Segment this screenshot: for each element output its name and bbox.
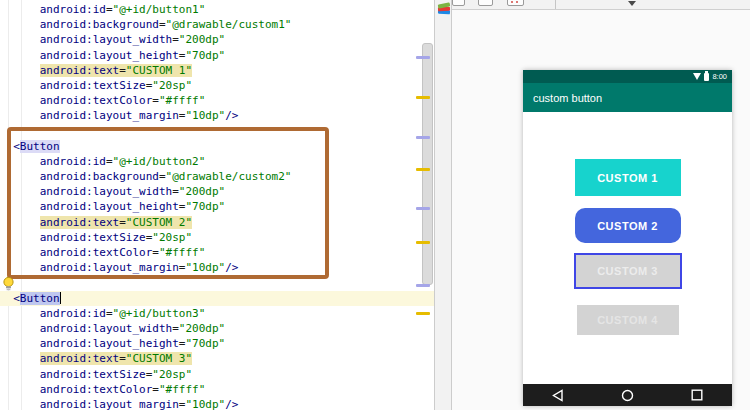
text-caret (60, 292, 61, 304)
code-line[interactable]: android:id="@+id/button3" (0, 306, 434, 321)
error-stripe-mark[interactable] (416, 241, 430, 244)
code-token: /> (225, 398, 238, 410)
code-line[interactable]: android:layout_width="200dp" (0, 321, 434, 336)
landscape-device-icon[interactable] (478, 0, 493, 6)
code-token: "CUSTOM 1" (126, 64, 192, 77)
android-studio-window: android:id="@+id/button1"android:backgro… (0, 0, 750, 410)
code-token: /> (225, 109, 238, 122)
code-token: "#ffff" (159, 383, 205, 396)
code-token: Button (20, 140, 60, 153)
code-token: android:textSize (40, 368, 146, 381)
preview-button-custom3[interactable]: CUSTOM 3 (574, 253, 682, 289)
intention-lightbulb-icon[interactable] (2, 276, 15, 292)
code-line[interactable]: android:textSize="20sp" (0, 78, 434, 93)
code-token: "200dp" (179, 322, 225, 335)
code-token: android:layout_margin (40, 398, 179, 410)
code-line[interactable]: android:layout_height="70dp" (0, 199, 434, 214)
code-line[interactable]: android:layout_margin="10dp"/> (0, 108, 434, 123)
error-stripe-mark[interactable] (416, 168, 430, 171)
code-line[interactable]: android:textSize="20sp" (0, 367, 434, 382)
code-line[interactable]: android:textColor="#ffff" (0, 93, 434, 108)
code-token: = (159, 18, 166, 31)
code-line[interactable] (0, 124, 422, 139)
error-stripe-mark[interactable] (416, 312, 430, 315)
code-line[interactable]: <Button (0, 139, 434, 154)
error-stripe-mark[interactable] (416, 207, 430, 210)
code-token: = (172, 185, 179, 198)
dropdown-arrow-icon[interactable] (628, 1, 636, 6)
code-token: android:background (40, 170, 159, 183)
code-line[interactable] (0, 275, 422, 290)
code-token: android:text (40, 216, 119, 229)
code-token: < (13, 292, 20, 305)
battery-icon (704, 73, 709, 81)
error-stripe-mark[interactable] (416, 284, 430, 287)
code-token: "200dp" (179, 33, 225, 46)
code-line[interactable]: android:id="@+id/button1" (0, 2, 434, 17)
code-line[interactable]: android:textColor="#ffff" (0, 382, 434, 397)
preview-button-custom1[interactable]: CUSTOM 1 (575, 159, 681, 196)
code-line[interactable]: android:text="CUSTOM 2" (0, 215, 434, 230)
code-token: android:layout_height (40, 337, 179, 350)
code-token: = (106, 155, 113, 168)
code-token: "@+id/button3" (113, 307, 206, 320)
code-token: "#ffff" (159, 246, 205, 259)
editor-scrollbar[interactable] (414, 0, 434, 410)
code-line[interactable]: android:layout_width="200dp" (0, 184, 434, 199)
code-line[interactable]: android:layout_height="70dp" (0, 48, 434, 63)
code-line[interactable]: android:layout_height="70dp" (0, 336, 434, 351)
preview-button-custom2[interactable]: CUSTOM 2 (575, 208, 681, 243)
code-token: Button (20, 292, 60, 305)
code-token: = (172, 33, 179, 46)
grid-view-icon[interactable] (452, 0, 465, 6)
code-token: "70dp" (185, 200, 225, 213)
error-stripe-mark[interactable] (416, 56, 430, 59)
scrollbar-thumb[interactable] (422, 43, 433, 285)
code-token: "70dp" (185, 337, 225, 350)
xml-editor[interactable]: android:id="@+id/button1"android:backgro… (0, 0, 434, 410)
code-line[interactable]: android:id="@+id/button2" (0, 154, 434, 169)
code-line[interactable]: android:textColor="#ffff" (0, 245, 434, 260)
code-token: android:layout_height (40, 200, 179, 213)
code-token: android:text (40, 64, 119, 77)
code-line[interactable]: android:layout_margin="10dp"/> (0, 397, 434, 410)
code-token: "CUSTOM 2" (126, 216, 192, 229)
code-line[interactable]: android:text="CUSTOM 1" (0, 63, 434, 78)
code-token: = (172, 322, 179, 335)
code-token: "70dp" (185, 49, 225, 62)
code-token: "@drawable/custom2" (166, 170, 292, 183)
code-line[interactable]: android:layout_margin="10dp"/> (0, 260, 434, 275)
layout-preview-pane: 8:00 custom button CUSTOM 1CUSTOM 2CUSTO… (452, 0, 750, 410)
code-token: android:textColor (40, 94, 153, 107)
phone-screen: CUSTOM 1CUSTOM 2CUSTOM 3CUSTOM 4 (523, 112, 732, 384)
code-token: android:layout_width (40, 33, 172, 46)
code-token: android:text (40, 352, 119, 365)
code-token: "10dp" (185, 261, 225, 274)
code-token: = (119, 64, 126, 77)
code-area[interactable]: android:id="@+id/button1"android:backgro… (0, 2, 422, 410)
preview-button-custom4[interactable]: CUSTOM 4 (577, 305, 679, 335)
code-token: android:textSize (40, 79, 146, 92)
code-token: "20sp" (152, 79, 192, 92)
app-bar-title: custom button (533, 92, 602, 104)
code-line[interactable]: <Button (0, 291, 434, 306)
code-line[interactable]: android:background="@drawable/custom1" (0, 17, 434, 32)
error-stripe-mark[interactable] (416, 96, 430, 99)
code-token: android:id (40, 3, 106, 16)
back-icon (552, 389, 564, 402)
preview-palette-icon (437, 2, 451, 16)
code-token: "20sp" (152, 368, 192, 381)
code-token: = (152, 246, 159, 259)
code-token: = (152, 383, 159, 396)
code-line[interactable]: android:text="CUSTOM 3" (0, 351, 434, 366)
code-token: < (13, 140, 20, 153)
code-token: android:layout_width (40, 185, 172, 198)
code-token: android:layout_margin (40, 109, 179, 122)
code-token: = (106, 307, 113, 320)
code-line[interactable]: android:layout_width="200dp" (0, 32, 434, 47)
error-stripe-mark[interactable] (416, 136, 430, 139)
code-line[interactable]: android:textSize="20sp" (0, 230, 434, 245)
code-line[interactable]: android:background="@drawable/custom2" (0, 169, 434, 184)
device-variant-icon[interactable] (507, 0, 524, 6)
code-token: android:layout_width (40, 322, 172, 335)
